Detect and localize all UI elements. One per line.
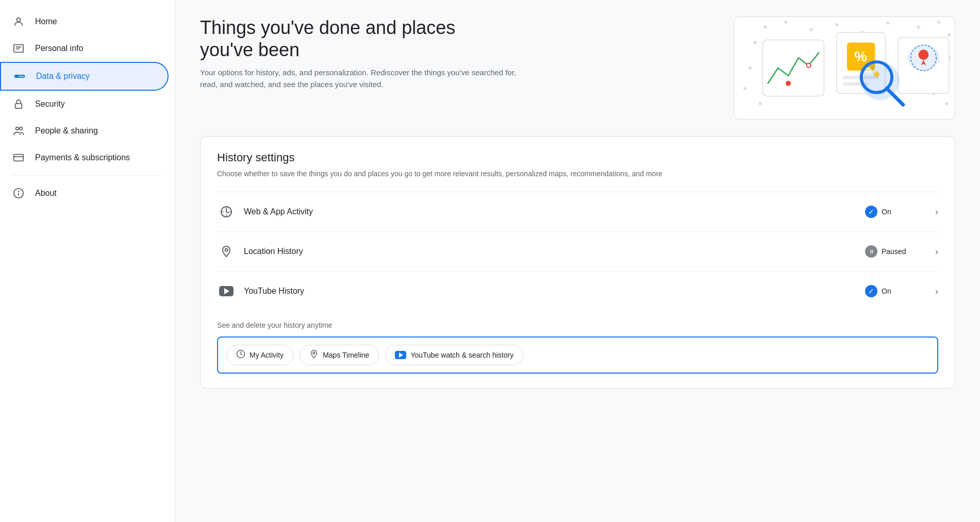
svg-point-20 <box>948 33 951 37</box>
sidebar-item-people-sharing[interactable]: People & sharing <box>0 117 169 144</box>
personal-info-icon <box>12 42 25 55</box>
web-app-status-text: On <box>882 208 891 216</box>
svg-point-18 <box>917 26 920 29</box>
svg-point-28 <box>945 102 948 105</box>
data-privacy-icon <box>13 70 26 82</box>
maps-timeline-button[interactable]: Maps Timeline <box>300 345 379 365</box>
about-icon <box>12 187 25 199</box>
svg-point-30 <box>807 63 811 68</box>
page-header: Things you've done and places you've bee… <box>200 16 955 120</box>
web-app-activity-row[interactable]: Web & App Activity ✓ On › <box>217 192 938 231</box>
youtube-history-icon <box>217 282 236 300</box>
sidebar-item-security[interactable]: Security <box>0 91 169 117</box>
sidebar-item-home-label: Home <box>35 17 57 26</box>
see-delete-text: See and delete your history anytime <box>217 321 938 329</box>
svg-point-26 <box>759 102 762 105</box>
svg-point-45 <box>866 67 872 73</box>
sidebar-item-about[interactable]: About <box>0 180 169 207</box>
svg-point-39 <box>919 49 929 60</box>
svg-point-17 <box>886 22 889 25</box>
sidebar-item-payments[interactable]: Payments & subscriptions <box>0 144 169 171</box>
location-paused-icon: ⏸ <box>865 245 877 258</box>
sidebar-item-people-label: People & sharing <box>35 126 98 136</box>
sidebar-item-personal-info[interactable]: Personal info <box>0 35 169 62</box>
youtube-watch-search-button[interactable]: YouTube watch & search history <box>385 345 523 365</box>
history-settings-title: History settings <box>217 151 938 164</box>
svg-point-5 <box>16 127 19 130</box>
illustration-svg: % <box>734 17 955 119</box>
svg-point-31 <box>786 81 791 86</box>
youtube-watch-icon <box>395 351 406 359</box>
people-icon <box>12 125 25 137</box>
maps-timeline-label: Maps Timeline <box>323 351 369 359</box>
history-settings-card: History settings Choose whether to save … <box>200 136 955 389</box>
page-title: Things you've done and places you've bee… <box>200 16 509 61</box>
svg-point-6 <box>20 127 23 130</box>
location-history-row[interactable]: Location History ⏸ Paused › <box>217 231 938 271</box>
my-activity-icon <box>236 349 245 361</box>
web-app-on-icon: ✓ <box>865 206 877 218</box>
svg-point-14 <box>810 28 813 31</box>
page-subtitle: Your options for history, ads, and perso… <box>200 67 530 90</box>
sidebar-item-data-privacy[interactable]: Data & privacy <box>0 62 169 91</box>
sidebar-item-payments-label: Payments & subscriptions <box>35 153 130 162</box>
home-icon <box>12 15 25 28</box>
maps-timeline-icon <box>309 349 319 361</box>
svg-point-25 <box>743 87 746 90</box>
main-content: Things you've done and places you've bee… <box>175 0 980 522</box>
security-icon <box>12 98 25 110</box>
location-history-status: ⏸ Paused <box>865 245 927 258</box>
my-activity-button[interactable]: My Activity <box>226 345 293 365</box>
location-history-icon <box>217 242 236 261</box>
sidebar-item-data-privacy-label: Data & privacy <box>36 72 90 81</box>
sidebar-item-home[interactable]: Home <box>0 8 169 35</box>
page-header-text: Things you've done and places you've bee… <box>200 16 530 90</box>
sidebar-item-personal-info-label: Personal info <box>35 44 83 53</box>
web-app-activity-icon <box>217 203 236 221</box>
youtube-history-row[interactable]: YouTube History ✓ On › <box>217 271 938 311</box>
svg-point-3 <box>16 75 19 77</box>
svg-point-19 <box>937 21 940 24</box>
web-app-activity-label: Web & App Activity <box>244 207 865 216</box>
youtube-on-icon: ✓ <box>865 285 877 297</box>
youtube-watch-label: YouTube watch & search history <box>410 351 513 359</box>
youtube-chevron: › <box>935 286 938 297</box>
location-history-label: Location History <box>244 247 865 256</box>
sidebar-item-security-label: Security <box>35 99 65 109</box>
web-app-activity-status: ✓ On <box>865 206 927 218</box>
history-settings-subtitle: Choose whether to save the things you do… <box>217 169 938 179</box>
header-illustration: % <box>734 16 955 120</box>
youtube-history-label: YouTube History <box>244 287 865 296</box>
svg-point-46 <box>225 249 228 251</box>
my-activity-label: My Activity <box>250 351 284 359</box>
sidebar: Home Personal info Data & privacy Securi… <box>0 0 175 522</box>
svg-point-15 <box>835 23 838 26</box>
svg-text:%: % <box>854 48 867 64</box>
svg-rect-7 <box>14 155 23 161</box>
svg-point-12 <box>764 26 767 29</box>
web-app-chevron: › <box>935 207 938 217</box>
location-chevron: › <box>935 246 938 257</box>
svg-point-24 <box>749 66 752 70</box>
youtube-history-status: ✓ On <box>865 285 927 297</box>
payments-icon <box>12 151 25 164</box>
svg-rect-4 <box>15 104 22 108</box>
sidebar-item-about-label: About <box>35 189 57 198</box>
svg-point-13 <box>784 21 787 24</box>
sidebar-divider <box>12 175 162 176</box>
svg-point-48 <box>313 352 315 354</box>
svg-point-21 <box>754 41 757 44</box>
quick-links-container: My Activity Maps Timeline <box>217 336 938 374</box>
location-status-text: Paused <box>882 247 906 256</box>
youtube-status-text: On <box>882 287 891 295</box>
svg-point-0 <box>16 18 20 22</box>
